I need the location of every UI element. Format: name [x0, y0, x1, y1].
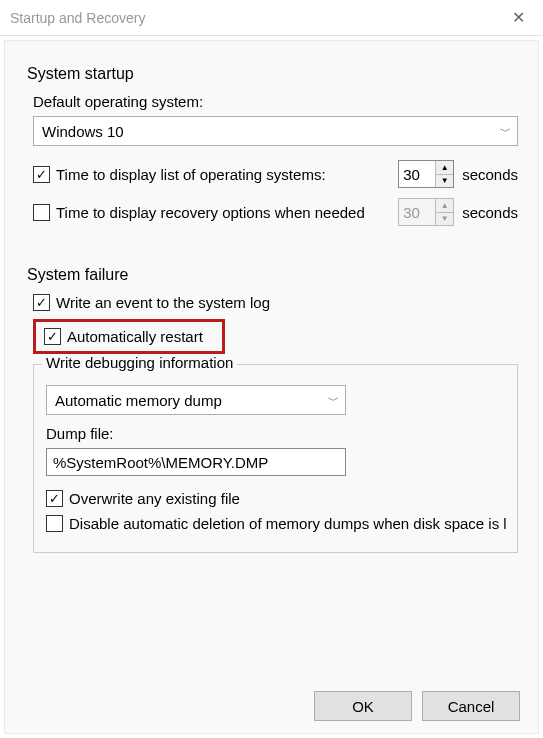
- display-recovery-unit: seconds: [462, 204, 518, 221]
- chevron-down-icon: ﹀: [500, 124, 511, 139]
- display-recovery-value: [399, 199, 435, 225]
- overwrite-checkbox[interactable]: [46, 490, 63, 507]
- dump-type-select[interactable]: Automatic memory dump ﹀: [46, 385, 346, 415]
- dump-type-value: Automatic memory dump: [55, 392, 222, 409]
- display-recovery-label: Time to display recovery options when ne…: [56, 204, 365, 221]
- window-title: Startup and Recovery: [10, 10, 145, 26]
- system-startup-title: System startup: [27, 65, 518, 83]
- debug-info-fieldset: Write debugging information Automatic me…: [33, 364, 518, 553]
- system-startup-group: System startup Default operating system:…: [27, 65, 518, 226]
- auto-restart-highlight: Automatically restart: [33, 319, 225, 354]
- system-failure-title: System failure: [27, 266, 518, 284]
- display-recovery-spinner: ▲ ▼: [398, 198, 454, 226]
- write-event-checkbox[interactable]: [33, 294, 50, 311]
- dialog-buttons: OK Cancel: [314, 691, 520, 721]
- debug-info-title: Write debugging information: [42, 354, 237, 371]
- disable-delete-row: Disable automatic deletion of memory dum…: [46, 515, 505, 532]
- disable-delete-checkbox[interactable]: [46, 515, 63, 532]
- write-event-row: Write an event to the system log: [33, 294, 518, 311]
- dialog-content: System startup Default operating system:…: [4, 40, 539, 734]
- cancel-button[interactable]: Cancel: [422, 691, 520, 721]
- write-event-label: Write an event to the system log: [56, 294, 270, 311]
- display-list-label: Time to display list of operating system…: [56, 166, 326, 183]
- default-os-select[interactable]: Windows 10 ﹀: [33, 116, 518, 146]
- overwrite-row: Overwrite any existing file: [46, 490, 505, 507]
- default-os-label: Default operating system:: [33, 93, 518, 110]
- spinner-down-icon: ▼: [436, 213, 453, 226]
- display-recovery-row: Time to display recovery options when ne…: [33, 198, 518, 226]
- display-list-spinner[interactable]: ▲ ▼: [398, 160, 454, 188]
- chevron-down-icon: ﹀: [328, 393, 339, 408]
- close-icon[interactable]: ✕: [506, 8, 531, 27]
- spinner-up-icon[interactable]: ▲: [436, 161, 453, 175]
- dump-file-input[interactable]: [46, 448, 346, 476]
- overwrite-label: Overwrite any existing file: [69, 490, 240, 507]
- display-list-row: Time to display list of operating system…: [33, 160, 518, 188]
- auto-restart-checkbox[interactable]: [44, 328, 61, 345]
- auto-restart-row: Automatically restart: [44, 328, 214, 345]
- ok-button[interactable]: OK: [314, 691, 412, 721]
- spinner-down-icon[interactable]: ▼: [436, 175, 453, 188]
- default-os-value: Windows 10: [42, 123, 124, 140]
- display-list-value[interactable]: [399, 161, 435, 187]
- disable-delete-label: Disable automatic deletion of memory dum…: [69, 515, 507, 532]
- spinner-up-icon: ▲: [436, 199, 453, 213]
- display-list-unit: seconds: [462, 166, 518, 183]
- titlebar: Startup and Recovery ✕: [0, 0, 543, 36]
- auto-restart-label: Automatically restart: [67, 328, 203, 345]
- dump-file-label: Dump file:: [46, 425, 505, 442]
- system-failure-group: System failure Write an event to the sys…: [27, 266, 518, 553]
- display-recovery-checkbox[interactable]: [33, 204, 50, 221]
- display-list-checkbox[interactable]: [33, 166, 50, 183]
